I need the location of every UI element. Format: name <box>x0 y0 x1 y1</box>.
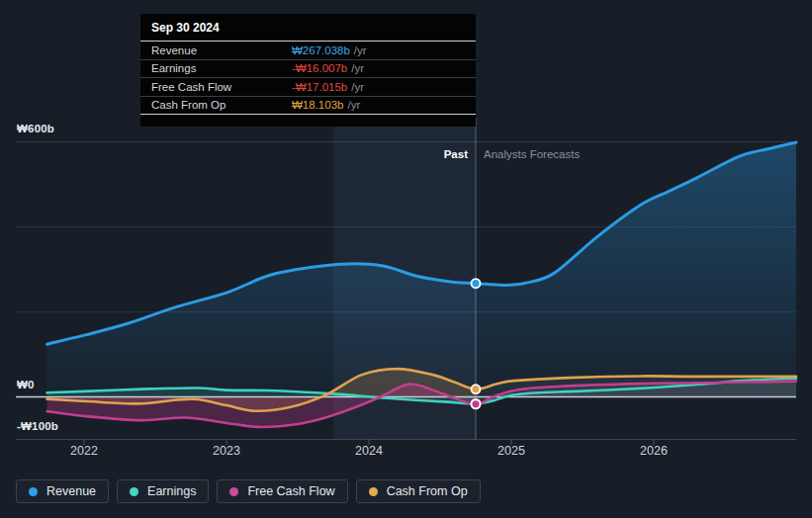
earnings-dot-icon <box>130 487 138 496</box>
tooltip-value: ₩18.103b <box>292 99 343 111</box>
legend-button-earnings[interactable]: Earnings <box>117 479 209 503</box>
cash-from-op-dot-icon <box>369 487 378 496</box>
x-axis-label-2023: 2023 <box>203 444 250 458</box>
tooltip-value: -₩16.007b <box>292 62 347 74</box>
tooltip-suffix: /yr <box>347 99 360 111</box>
past-region-label: Past <box>372 148 468 160</box>
legend-label: Free Cash Flow <box>247 484 334 498</box>
legend-button-cash-from-op[interactable]: Cash From Op <box>356 479 481 503</box>
tooltip-row-revenue: Revenue ₩267.038b /yr <box>140 42 476 59</box>
tooltip-suffix: /yr <box>354 44 367 56</box>
tooltip-label: Free Cash Flow <box>151 81 292 93</box>
tooltip-row-free-cash-flow: Free Cash Flow -₩17.015b /yr <box>140 77 476 96</box>
tooltip-value: ₩267.038b <box>292 44 350 56</box>
y-axis-label-neg100b: -₩100b <box>17 420 58 432</box>
x-axis-label-2022: 2022 <box>60 444 108 458</box>
tooltip-value: -₩17.015b <box>292 81 347 93</box>
y-axis-label-600b: ₩600b <box>17 123 54 134</box>
tooltip-row-cash-from-op: Cash From Op ₩18.103b /yr <box>140 96 476 115</box>
tooltip-label: Earnings <box>151 62 292 74</box>
free-cash-flow-dot-icon <box>229 487 238 496</box>
tooltip-row-earnings: Earnings -₩16.007b /yr <box>140 59 476 78</box>
tooltip-date: Sep 30 2024 <box>140 14 476 41</box>
x-axis-label-2025: 2025 <box>488 444 535 458</box>
tooltip-suffix: /yr <box>351 81 364 93</box>
stock-financials-chart: ₩600b ₩0 -₩100b 2022 2023 2024 2025 2026… <box>0 0 812 518</box>
tooltip-label: Revenue <box>151 44 292 56</box>
legend-label: Earnings <box>147 484 196 498</box>
forecast-region-label: Analysts Forecasts <box>484 148 580 160</box>
legend-label: Revenue <box>46 484 96 498</box>
chart-legend: Revenue Earnings Free Cash Flow Cash Fro… <box>16 479 481 503</box>
x-axis-label-2026: 2026 <box>630 444 677 458</box>
legend-label: Cash From Op <box>387 484 468 498</box>
legend-button-revenue[interactable]: Revenue <box>16 479 109 503</box>
chart-tooltip: Sep 30 2024 Revenue ₩267.038b /yr Earnin… <box>140 14 476 127</box>
tooltip-footer <box>140 114 476 127</box>
tooltip-label: Cash From Op <box>151 99 292 111</box>
x-axis-label-2024: 2024 <box>345 444 393 458</box>
legend-button-free-cash-flow[interactable]: Free Cash Flow <box>217 479 347 503</box>
y-axis-label-0: ₩0 <box>17 379 35 390</box>
revenue-dot-icon <box>29 487 38 496</box>
tooltip-suffix: /yr <box>351 62 364 74</box>
